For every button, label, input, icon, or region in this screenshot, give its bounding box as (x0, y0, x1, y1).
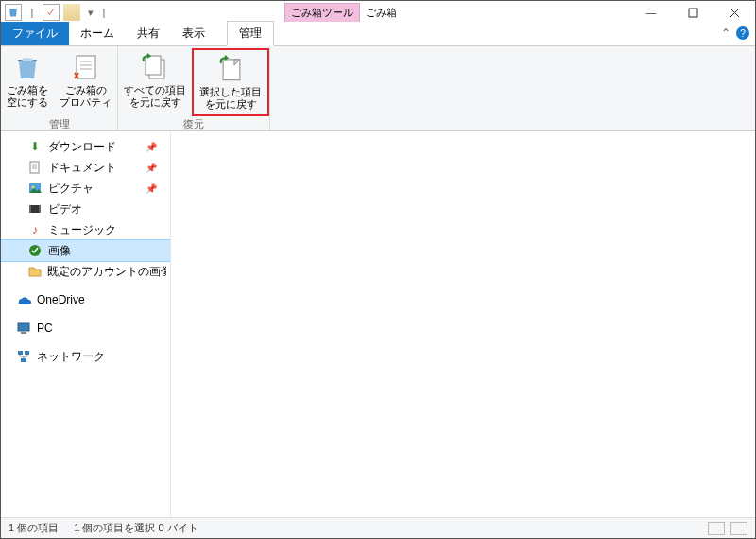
maximize-button[interactable] (672, 1, 713, 24)
tab-home[interactable]: ホーム (69, 22, 126, 45)
qat-dropdown[interactable]: ▾ (84, 4, 97, 21)
pin-icon: 📌 (146, 163, 157, 173)
status-bar: 1 個の項目 1 個の項目を選択 0 バイト (1, 517, 755, 538)
nav-images-label: 画像 (48, 243, 71, 259)
svg-point-1 (22, 58, 33, 61)
svg-rect-6 (30, 162, 39, 173)
ribbon-collapse-icon[interactable]: ⌃ (721, 26, 730, 40)
folder-icon (27, 264, 42, 279)
qat-properties-button[interactable] (43, 4, 60, 21)
status-item-count: 1 個の項目 (9, 521, 59, 535)
contextual-tab-header: ごみ箱ツール (284, 3, 360, 22)
svg-rect-15 (18, 351, 23, 355)
ribbon: ごみ箱を 空にする ごみ箱の プロパティ 管理 すべての項目 を元に戻す 選択し… (1, 46, 755, 131)
tab-share[interactable]: 共有 (126, 22, 171, 45)
restore-selected-button[interactable]: 選択した項目 を元に戻す (192, 48, 269, 116)
nav-pictures-label: ピクチャ (48, 181, 94, 197)
content-pane[interactable] (171, 132, 755, 517)
nav-onedrive-label: OneDrive (37, 293, 85, 306)
nav-downloads[interactable]: ⬇ ダウンロード 📌 (1, 136, 170, 157)
nav-network-label: ネットワーク (37, 349, 105, 365)
nav-music-label: ミュージック (48, 222, 116, 238)
window-controls: ― (630, 1, 755, 24)
nav-music[interactable]: ♪ ミュージック (1, 219, 170, 240)
nav-documents-label: ドキュメント (48, 160, 116, 176)
nav-videos-label: ビデオ (48, 201, 82, 217)
restore-all-button[interactable]: すべての項目 を元に戻す (118, 48, 192, 116)
close-button[interactable] (713, 1, 755, 24)
qat-dropdown-2[interactable]: | (97, 4, 111, 21)
ribbon-group-restore-label: 復元 (118, 116, 269, 132)
svg-rect-17 (21, 358, 26, 362)
nav-images[interactable]: 画像 (1, 240, 170, 261)
ribbon-group-restore: すべての項目 を元に戻す 選択した項目 を元に戻す 復元 (118, 46, 270, 130)
tab-file[interactable]: ファイル (1, 22, 69, 45)
svg-rect-2 (77, 56, 95, 78)
nav-downloads-label: ダウンロード (48, 139, 116, 155)
view-large-button[interactable] (730, 522, 747, 535)
document-icon (27, 160, 43, 175)
picture-icon (27, 181, 43, 196)
view-details-button[interactable] (708, 522, 725, 535)
pin-icon: 📌 (146, 183, 157, 194)
explorer-body: ⬇ ダウンロード 📌 ドキュメント 📌 ピクチャ 📌 ビデオ ♪ ミュージック … (1, 132, 755, 517)
svg-rect-14 (21, 332, 26, 334)
svg-rect-10 (29, 205, 31, 213)
tab-view[interactable]: 表示 (171, 22, 216, 45)
window-title: ごみ箱 (366, 6, 397, 20)
restore-selected-label: 選択した項目 を元に戻す (199, 86, 262, 111)
nav-network[interactable]: ネットワーク (1, 346, 170, 367)
nav-pc[interactable]: PC (1, 318, 170, 339)
folder-check-icon (27, 243, 43, 258)
status-selection: 1 個の項目を選択 0 バイト (74, 521, 198, 535)
svg-rect-0 (689, 9, 697, 17)
quick-access-toolbar: | ▾ | (1, 4, 114, 21)
pc-icon (16, 321, 31, 336)
help-icon[interactable]: ? (736, 26, 749, 40)
nav-onedrive[interactable]: OneDrive (1, 289, 170, 310)
view-switcher (708, 522, 747, 535)
svg-rect-13 (18, 323, 29, 331)
svg-rect-16 (25, 351, 29, 355)
svg-rect-11 (39, 205, 41, 213)
navigation-pane[interactable]: ⬇ ダウンロード 📌 ドキュメント 📌 ピクチャ 📌 ビデオ ♪ ミュージック … (1, 132, 171, 517)
music-icon: ♪ (27, 222, 43, 237)
recycle-bin-properties-label: ごみ箱の プロパティ (60, 84, 112, 109)
qat-separator: | (26, 4, 39, 21)
minimize-button[interactable]: ― (630, 1, 672, 24)
tab-manage[interactable]: 管理 (227, 21, 274, 46)
pin-icon: 📌 (146, 142, 157, 152)
onedrive-icon (16, 292, 31, 307)
nav-account-images-label: 既定のアカウントの画像 (47, 264, 166, 280)
ribbon-help-controls: ⌃ ? (721, 26, 749, 40)
restore-all-label: すべての項目 を元に戻す (124, 84, 186, 109)
titlebar: | ▾ | ごみ箱ツール ごみ箱 ― (1, 1, 755, 24)
nav-videos[interactable]: ビデオ (1, 199, 170, 219)
ribbon-group-manage: ごみ箱を 空にする ごみ箱の プロパティ 管理 (1, 46, 118, 130)
ribbon-group-manage-label: 管理 (1, 116, 117, 132)
nav-account-images[interactable]: 既定のアカウントの画像 (1, 261, 170, 282)
network-icon (16, 349, 31, 364)
nav-pictures[interactable]: ピクチャ 📌 (1, 178, 170, 199)
nav-pc-label: PC (37, 322, 53, 335)
download-icon: ⬇ (27, 139, 43, 154)
ribbon-tabs: ファイル ホーム 共有 表示 管理 ⌃ ? (1, 24, 755, 46)
recycle-bin-properties-button[interactable]: ごみ箱の プロパティ (54, 48, 117, 116)
empty-recycle-bin-button[interactable]: ごみ箱を 空にする (1, 48, 54, 116)
video-icon (27, 201, 43, 217)
qat-folder-icon[interactable] (63, 4, 80, 21)
nav-documents[interactable]: ドキュメント 📌 (1, 157, 170, 178)
empty-recycle-bin-label: ごみ箱を 空にする (7, 84, 48, 109)
svg-rect-4 (146, 56, 161, 75)
recycle-bin-icon[interactable] (5, 4, 22, 21)
